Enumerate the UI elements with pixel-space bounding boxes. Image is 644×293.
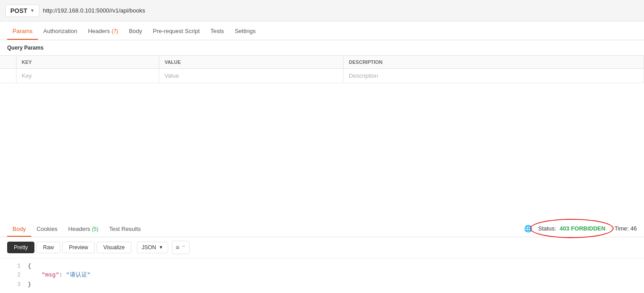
- url-input[interactable]: [43, 7, 639, 14]
- col-description-header: DESCRIPTION: [343, 56, 644, 69]
- key-cell[interactable]: Key: [16, 69, 159, 83]
- wrap-button[interactable]: ≡ →: [172, 241, 190, 254]
- status-label: Status:: [538, 225, 556, 232]
- code-line-1: 1 {: [0, 262, 644, 271]
- code-content: }: [28, 280, 637, 289]
- tab-authorization[interactable]: Authorization: [38, 21, 83, 40]
- row-checkbox-cell: [0, 69, 16, 83]
- format-select[interactable]: JSON ▼: [137, 242, 168, 253]
- response-tab-cookies[interactable]: Cookies: [31, 220, 63, 237]
- status-value: 403 FORBIDDEN: [559, 225, 606, 232]
- format-toolbar: Pretty Raw Preview Visualize JSON ▼ ≡ →: [0, 237, 644, 258]
- chevron-down-icon: ▼: [30, 8, 34, 13]
- raw-button[interactable]: Raw: [36, 242, 60, 253]
- format-label: JSON: [142, 244, 156, 251]
- globe-icon: 🌐: [524, 225, 533, 233]
- chevron-down-icon: ▼: [159, 245, 163, 250]
- url-bar: POST ▼: [0, 0, 644, 21]
- tab-tests[interactable]: Tests: [205, 21, 229, 40]
- tab-params[interactable]: Params: [7, 21, 38, 40]
- line-number: 1: [7, 262, 21, 271]
- value-cell[interactable]: Value: [159, 69, 343, 83]
- params-table: KEY VALUE DESCRIPTION Key Value Descript…: [0, 55, 644, 83]
- response-meta: 🌐 Status: 403 FORBIDDEN Time: 46: [524, 225, 637, 233]
- query-params-title: Query Params: [0, 40, 644, 55]
- tab-settings[interactable]: Settings: [229, 21, 261, 40]
- wrap-icon: ≡: [176, 244, 179, 251]
- col-value-header: VALUE: [159, 56, 343, 69]
- response-tabs-bar: Body Cookies Headers (5) Test Results 🌐 …: [0, 220, 644, 237]
- preview-button[interactable]: Preview: [62, 242, 95, 253]
- response-section: Body Cookies Headers (5) Test Results 🌐 …: [0, 220, 644, 293]
- tab-headers[interactable]: Headers (7): [83, 21, 123, 40]
- code-view: 1 { 2 "msg": "请认证" 3 }: [0, 258, 644, 293]
- code-line-2: 2 "msg": "请认证": [0, 271, 644, 280]
- method-dropdown[interactable]: POST ▼: [5, 4, 39, 17]
- method-label: POST: [10, 7, 27, 14]
- code-content: {: [28, 262, 637, 271]
- col-checkbox: [0, 56, 16, 69]
- col-key-header: KEY: [16, 56, 159, 69]
- visualize-button[interactable]: Visualize: [97, 242, 131, 253]
- line-number: 2: [7, 271, 21, 280]
- request-tabs: Params Authorization Headers (7) Body Pr…: [0, 21, 644, 40]
- table-row: Key Value Description: [0, 69, 644, 83]
- description-cell[interactable]: Description: [343, 69, 644, 83]
- response-tab-headers[interactable]: Headers (5): [63, 220, 104, 237]
- line-number: 3: [7, 280, 21, 289]
- response-tab-test-results[interactable]: Test Results: [104, 220, 146, 237]
- code-line-3: 3 }: [0, 280, 644, 289]
- code-content: "msg": "请认证": [28, 271, 637, 280]
- response-time: Time: 46: [614, 225, 637, 232]
- response-tab-body[interactable]: Body: [7, 220, 31, 237]
- pretty-button[interactable]: Pretty: [7, 242, 34, 253]
- tab-pre-request-script[interactable]: Pre-request Script: [148, 21, 205, 40]
- status-indicator: Status: 403 FORBIDDEN: [538, 225, 606, 232]
- tab-body[interactable]: Body: [123, 21, 148, 40]
